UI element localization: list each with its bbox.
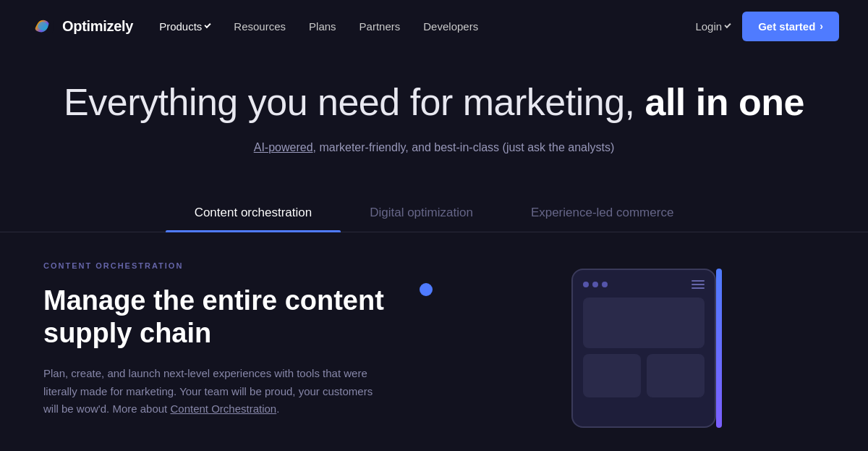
- phone-dot-3: [602, 282, 608, 287]
- phone-mockup: [571, 269, 716, 428]
- phone-content-row: [583, 354, 705, 397]
- nav-item-plans[interactable]: Plans: [309, 20, 336, 33]
- content-orchestration-link[interactable]: Content Orchestration: [170, 402, 276, 415]
- nav-item-developers[interactable]: Developers: [423, 20, 478, 33]
- login-button[interactable]: Login: [695, 20, 731, 33]
- phone-content-small-right: [647, 354, 705, 397]
- ai-powered-link[interactable]: AI-powered: [254, 141, 313, 153]
- nav-item-products[interactable]: Products: [159, 20, 210, 33]
- navbar: Optimizely Products Resources Plans Part…: [0, 0, 868, 52]
- phone-content-block-main: [583, 298, 705, 348]
- content-right: [434, 261, 825, 428]
- arrow-right-icon: ›: [820, 20, 823, 32]
- nav-links: Products Resources Plans Partners Develo…: [159, 20, 478, 33]
- logo-text: Optimizely: [62, 18, 133, 35]
- get-started-button[interactable]: Get started ›: [742, 12, 839, 41]
- hero-subtitle: AI-powered, marketer-friendly, and best-…: [29, 139, 839, 156]
- logo[interactable]: Optimizely: [29, 13, 133, 39]
- tab-content-orchestration[interactable]: Content orchestration: [166, 194, 341, 232]
- content-left: CONTENT ORCHESTRATION Manage the entire …: [43, 261, 391, 418]
- content-section: CONTENT ORCHESTRATION Manage the entire …: [0, 232, 868, 428]
- chevron-down-icon: [205, 22, 211, 28]
- phone-dots: [583, 282, 608, 287]
- phone-menu-icon: [692, 280, 705, 289]
- nav-item-partners[interactable]: Partners: [359, 20, 401, 33]
- accent-bar-decoration: [716, 269, 722, 428]
- phone-illustration: [542, 269, 716, 428]
- blue-dot-decoration: [420, 283, 433, 296]
- menu-line-1: [692, 280, 705, 282]
- phone-dot-2: [592, 282, 598, 287]
- navbar-left: Optimizely Products Resources Plans Part…: [29, 13, 478, 39]
- tabs-container: Content orchestration Digital optimizati…: [0, 194, 868, 232]
- hero-title: Everything you need for marketing, all i…: [29, 81, 839, 125]
- hero-section: Everything you need for marketing, all i…: [0, 52, 868, 171]
- navbar-right: Login Get started ›: [695, 12, 839, 41]
- tab-digital-optimization[interactable]: Digital optimization: [341, 194, 502, 232]
- logo-icon: [29, 13, 55, 39]
- menu-line-3: [692, 287, 705, 289]
- tab-experience-led-commerce[interactable]: Experience-led commerce: [502, 194, 702, 232]
- nav-item-resources[interactable]: Resources: [234, 20, 286, 33]
- chevron-down-icon: [725, 22, 731, 28]
- section-heading: Manage the entire content supply chain: [43, 284, 391, 350]
- section-body: Plan, create, and launch next-level expe…: [43, 365, 391, 418]
- menu-line-2: [692, 284, 705, 285]
- phone-top-bar: [583, 280, 705, 289]
- phone-dot-1: [583, 282, 589, 287]
- phone-content-small-left: [583, 354, 641, 397]
- section-label: CONTENT ORCHESTRATION: [43, 261, 391, 270]
